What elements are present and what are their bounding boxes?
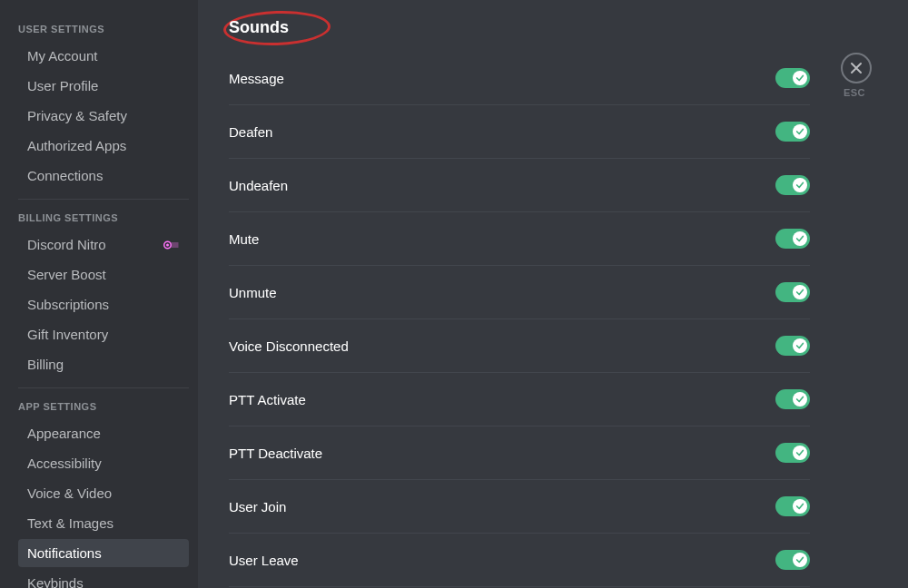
toggle-knob	[793, 124, 807, 139]
sidebar-item-label: Notifications	[27, 545, 102, 561]
section-header-billing: BILLING SETTINGS	[18, 207, 189, 229]
toggle-undeafen[interactable]	[775, 175, 810, 195]
check-icon	[795, 127, 804, 136]
toggle-ptt-activate[interactable]	[775, 389, 810, 409]
sidebar-item-label: Connections	[27, 168, 103, 183]
toggle-voice-disconnected[interactable]	[775, 336, 810, 356]
setting-row-ptt-deactivate: PTT Deactivate	[229, 426, 810, 480]
sidebar-item-label: Discord Nitro	[27, 237, 106, 252]
setting-label: PTT Deactivate	[229, 446, 322, 461]
toggle-knob	[793, 71, 807, 85]
esc-label: ESC	[844, 87, 865, 98]
sidebar-item-gift-inventory[interactable]: Gift Inventory	[18, 320, 189, 348]
setting-label: Message	[229, 71, 284, 86]
toggle-knob	[793, 392, 807, 407]
setting-label: User Leave	[229, 553, 299, 568]
check-icon	[795, 181, 804, 190]
sidebar-item-label: Accessibility	[27, 456, 102, 471]
toggle-knob	[793, 178, 807, 192]
sidebar-item-privacy-safety[interactable]: Privacy & Safety	[18, 102, 189, 130]
close-button[interactable]	[841, 53, 872, 83]
section-header-user: USER SETTINGS	[18, 18, 189, 40]
setting-row-message: Message	[229, 52, 810, 105]
check-icon	[795, 395, 804, 404]
toggle-ptt-deactivate[interactable]	[775, 443, 810, 463]
toggle-knob	[793, 553, 807, 567]
setting-label: Undeafen	[229, 178, 288, 193]
setting-row-mute: Mute	[229, 212, 810, 266]
setting-row-undeafen: Undeafen	[229, 159, 810, 212]
sidebar-item-label: Privacy & Safety	[27, 108, 127, 123]
toggle-user-join[interactable]	[775, 496, 810, 516]
toggle-knob	[793, 446, 807, 460]
sidebar-item-label: User Profile	[27, 78, 98, 93]
sidebar-item-text-images[interactable]: Text & Images	[18, 509, 189, 537]
setting-label: Unmute	[229, 285, 277, 300]
setting-label: Deafen	[229, 124, 272, 140]
sidebar-item-voice-video[interactable]: Voice & Video	[18, 479, 189, 507]
divider	[18, 199, 189, 200]
svg-point-1	[166, 243, 169, 246]
toggle-knob	[793, 338, 807, 353]
main-content: Sounds Message Deafen Undeafen Mute Unmu…	[198, 0, 908, 588]
sidebar-item-server-boost[interactable]: Server Boost	[18, 260, 189, 289]
setting-row-user-leave: User Leave	[229, 534, 810, 587]
setting-row-ptt-activate: PTT Activate	[229, 373, 810, 426]
sidebar-item-keybinds[interactable]: Keybinds	[18, 569, 189, 588]
setting-label: PTT Activate	[229, 392, 306, 407]
check-icon	[795, 555, 804, 564]
toggle-knob	[793, 231, 807, 246]
toggle-knob	[793, 499, 807, 514]
setting-label: Voice Disconnected	[229, 338, 349, 354]
sidebar-item-label: Text & Images	[27, 515, 114, 531]
toggle-knob	[793, 285, 807, 299]
setting-row-user-join: User Join	[229, 480, 810, 534]
sidebar-item-label: Keybinds	[27, 575, 84, 588]
setting-row-unmute: Unmute	[229, 266, 810, 319]
sidebar-item-accessibility[interactable]: Accessibility	[18, 449, 189, 477]
check-icon	[795, 74, 804, 83]
sidebar-item-my-account[interactable]: My Account	[18, 42, 189, 70]
check-icon	[795, 502, 804, 511]
sidebar-item-notifications[interactable]: Notifications	[18, 539, 189, 567]
section-header-app: APP SETTINGS	[18, 396, 189, 417]
toggle-message[interactable]	[775, 68, 810, 88]
sidebar-item-connections[interactable]: Connections	[18, 162, 189, 190]
toggle-user-leave[interactable]	[775, 550, 810, 570]
check-icon	[795, 341, 804, 350]
sidebar-item-billing[interactable]: Billing	[18, 350, 189, 378]
close-icon	[849, 61, 864, 75]
sidebar-item-subscriptions[interactable]: Subscriptions	[18, 290, 189, 318]
setting-row-voice-disconnected: Voice Disconnected	[229, 319, 810, 373]
sidebar-item-label: Server Boost	[27, 267, 106, 282]
sidebar-item-label: Billing	[27, 357, 64, 372]
sidebar-item-label: Appearance	[27, 426, 101, 441]
sidebar-item-user-profile[interactable]: User Profile	[18, 72, 189, 100]
page-title: Sounds	[229, 18, 289, 37]
sidebar-item-label: Authorized Apps	[27, 138, 126, 153]
toggle-mute[interactable]	[775, 229, 810, 249]
divider	[18, 387, 189, 388]
toggle-unmute[interactable]	[775, 282, 810, 302]
setting-label: Mute	[229, 231, 259, 247]
toggle-deafen[interactable]	[775, 122, 810, 142]
sidebar-item-authorized-apps[interactable]: Authorized Apps	[18, 132, 189, 160]
settings-sidebar: USER SETTINGS My Account User Profile Pr…	[0, 0, 198, 588]
setting-label: User Join	[229, 499, 286, 514]
sidebar-item-label: Voice & Video	[27, 485, 112, 501]
sidebar-item-label: My Account	[27, 48, 98, 64]
check-icon	[795, 448, 804, 457]
check-icon	[795, 234, 804, 243]
setting-row-deafen: Deafen	[229, 105, 810, 159]
sidebar-item-label: Gift Inventory	[27, 327, 108, 342]
check-icon	[795, 288, 804, 297]
sidebar-item-label: Subscriptions	[27, 297, 109, 312]
nitro-icon	[163, 240, 180, 250]
sidebar-item-discord-nitro[interactable]: Discord Nitro	[18, 230, 189, 259]
sidebar-item-appearance[interactable]: Appearance	[18, 419, 189, 447]
